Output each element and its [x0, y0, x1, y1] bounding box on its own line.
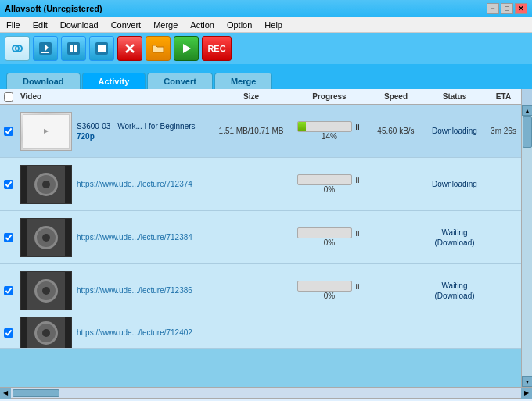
menu-edit[interactable]: Edit	[30, 20, 51, 30]
table-header: Video Size Progress Speed Status ETA	[0, 89, 532, 105]
table-row: ▶ S3600-03 - Work... I for Beginners 720…	[0, 105, 532, 158]
download-table: Video Size Progress Speed Status ETA ▶	[0, 89, 532, 387]
download-status: Downloading	[423, 127, 486, 135]
scrollbar-thumb[interactable]	[523, 116, 532, 148]
download-speed: 45.60 kB/s	[368, 127, 423, 135]
svg-marker-12	[183, 44, 191, 53]
table-row: https://www.ude.../lecture/712386 ⏸ 0% W…	[0, 264, 532, 317]
main-content: Video Size Progress Speed Status ETA ▶	[0, 89, 532, 387]
video-info: https://www.ude.../lecture/712386	[77, 286, 212, 295]
title-bar: Allavsoft (Unregistered) − □ ✕	[0, 0, 532, 17]
video-info: https://www.ude.../lecture/712384	[77, 233, 212, 242]
start-convert-button[interactable]	[174, 36, 199, 61]
video-info: https://www.ude.../lecture/712402	[77, 328, 212, 337]
svg-rect-7	[74, 45, 77, 52]
svg-rect-4	[41, 52, 49, 53]
minimize-button[interactable]: −	[487, 3, 499, 14]
progress-cell: ⏸ 0%	[290, 174, 368, 194]
menu-download[interactable]: Download	[57, 20, 102, 30]
status-bar: Elapsed Time: 27m 25s Remaining Time: 2h…	[0, 398, 532, 401]
download-status: Waiting(Download)	[423, 227, 486, 248]
download-status: Downloading	[423, 180, 486, 188]
svg-rect-9	[98, 45, 106, 52]
video-url: https://www.ude.../lecture/712384	[77, 233, 212, 242]
menu-action[interactable]: Action	[187, 20, 217, 30]
video-thumbnail	[20, 317, 72, 349]
table-row: https://www.ude.../lecture/712402	[0, 317, 532, 349]
select-all-checkbox[interactable]	[4, 92, 13, 102]
file-size: 1.51 MB/10.71 MB	[212, 127, 290, 135]
download-status: Waiting(Download)	[423, 281, 486, 301]
toolbar: REC	[0, 33, 532, 66]
close-button[interactable]: ✕	[515, 3, 527, 14]
stop-all-button[interactable]	[89, 36, 114, 61]
open-folder-button[interactable]	[146, 36, 171, 61]
window-controls: − □ ✕	[487, 3, 527, 14]
scroll-up-button[interactable]: ▲	[522, 105, 532, 116]
row-checkbox[interactable]	[4, 180, 13, 189]
menu-option[interactable]: Option	[224, 20, 255, 30]
row-checkbox[interactable]	[4, 233, 13, 242]
h-scrollbar-thumb[interactable]	[13, 389, 59, 397]
video-info: S3600-03 - Work... I for Beginners 720p	[77, 122, 212, 141]
row-checkbox[interactable]	[4, 286, 13, 295]
scroll-down-button[interactable]: ▼	[522, 376, 532, 387]
progress-cell: ⏸ 0%	[290, 227, 368, 247]
menu-help[interactable]: Help	[261, 20, 286, 30]
scrollbar-track[interactable]	[11, 388, 521, 398]
video-url: https://www.ude.../lecture/712374	[77, 180, 212, 188]
video-url: https://www.ude.../lecture/712386	[77, 286, 212, 295]
eta: 3m 26s	[486, 127, 521, 135]
video-quality: 720p	[77, 132, 212, 141]
record-button[interactable]: REC	[202, 36, 232, 61]
tab-bar: Download Activity Convert Merge	[0, 66, 532, 89]
scroll-left-button[interactable]: ◀	[0, 388, 11, 399]
add-download-button[interactable]	[33, 36, 58, 61]
vertical-scrollbar[interactable]: ▲ ▼	[521, 105, 532, 387]
table-row: https://www.ude.../lecture/712384 ⏸ 0% W…	[0, 211, 532, 264]
video-thumbnail	[20, 165, 72, 204]
paste-url-button[interactable]	[5, 36, 30, 61]
progress-cell: ⏸ 14%	[290, 121, 368, 141]
header-progress: Progress	[290, 92, 368, 101]
svg-rect-5	[67, 42, 80, 55]
scroll-right-button[interactable]: ▶	[521, 388, 532, 399]
table-row: https://www.ude.../lecture/712374 ⏸ 0% D…	[0, 158, 532, 211]
video-thumbnail	[20, 271, 72, 310]
row-checkbox[interactable]	[4, 127, 13, 136]
header-eta: ETA	[486, 92, 521, 101]
app-title: Allavsoft (Unregistered)	[5, 4, 102, 13]
tab-download[interactable]: Download	[6, 73, 81, 89]
horizontal-scrollbar: ◀ ▶	[0, 387, 532, 398]
menu-convert[interactable]: Convert	[108, 20, 145, 30]
tab-convert[interactable]: Convert	[147, 73, 213, 89]
delete-button[interactable]	[117, 36, 142, 61]
menu-bar: File Edit Download Convert Merge Action …	[0, 17, 532, 33]
video-url: https://www.ude.../lecture/712402	[77, 328, 212, 337]
tab-merge[interactable]: Merge	[214, 73, 272, 89]
header-video: Video	[17, 92, 212, 101]
maximize-button[interactable]: □	[501, 3, 513, 14]
download-list: ▶ S3600-03 - Work... I for Beginners 720…	[0, 105, 532, 387]
tab-activity[interactable]: Activity	[82, 73, 146, 89]
header-speed: Speed	[368, 92, 423, 101]
header-status: Status	[423, 92, 486, 101]
menu-file[interactable]: File	[3, 20, 23, 30]
video-title: S3600-03 - Work... I for Beginners	[77, 122, 212, 131]
video-thumbnail	[20, 218, 72, 257]
header-size: Size	[212, 92, 290, 101]
progress-cell: ⏸ 0%	[290, 281, 368, 300]
pause-all-button[interactable]	[61, 36, 86, 61]
video-info: https://www.ude.../lecture/712374	[77, 180, 212, 188]
video-thumbnail: ▶	[20, 112, 72, 151]
svg-rect-6	[70, 45, 73, 52]
menu-merge[interactable]: Merge	[150, 20, 181, 30]
row-checkbox[interactable]	[4, 328, 13, 338]
